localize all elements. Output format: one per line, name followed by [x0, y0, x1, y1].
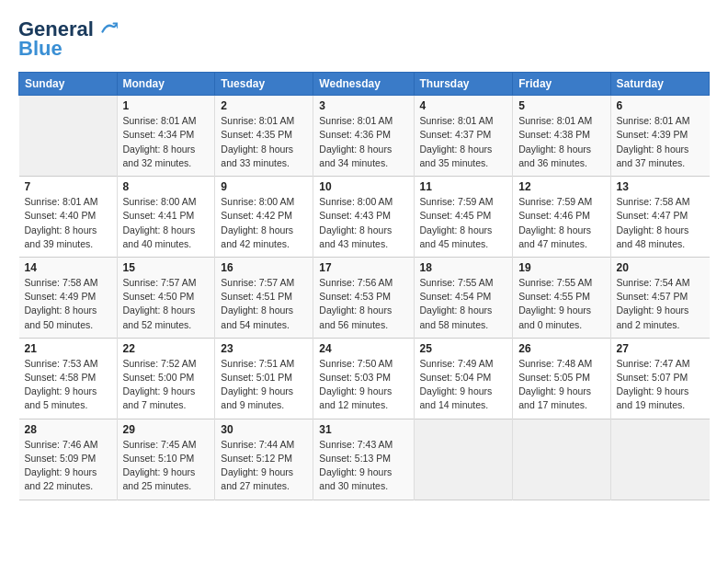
header: General Blue [18, 15, 710, 61]
day-number: 5 [518, 99, 604, 112]
day-info: Sunrise: 7:44 AMSunset: 5:12 PMDaylight:… [221, 438, 307, 494]
day-number: 25 [420, 342, 507, 355]
day-number: 19 [518, 261, 604, 274]
day-number: 24 [319, 342, 407, 355]
day-cell: 13Sunrise: 7:58 AMSunset: 4:47 PMDayligh… [610, 177, 709, 258]
day-info: Sunrise: 7:49 AMSunset: 5:04 PMDaylight:… [420, 357, 507, 413]
day-cell: 5Sunrise: 8:01 AMSunset: 4:38 PMDaylight… [513, 96, 610, 177]
day-cell: 12Sunrise: 7:59 AMSunset: 4:46 PMDayligh… [513, 177, 610, 258]
day-number: 3 [319, 99, 407, 112]
day-info: Sunrise: 7:59 AMSunset: 4:46 PMDaylight:… [518, 195, 604, 251]
day-number: 15 [123, 261, 210, 274]
week-row-4: 21Sunrise: 7:53 AMSunset: 4:58 PMDayligh… [19, 338, 710, 419]
day-number: 1 [123, 99, 210, 112]
day-number: 28 [25, 423, 111, 436]
col-header-monday: Monday [117, 73, 215, 96]
day-info: Sunrise: 7:45 AMSunset: 5:10 PMDaylight:… [123, 438, 210, 494]
day-cell [513, 419, 610, 500]
day-cell: 2Sunrise: 8:01 AMSunset: 4:35 PMDaylight… [215, 96, 313, 177]
col-header-sunday: Sunday [19, 73, 118, 96]
day-number: 13 [617, 180, 704, 193]
main-container: General Blue SundayMondayTuesdayWednesda… [0, 0, 728, 510]
day-cell: 22Sunrise: 7:52 AMSunset: 5:00 PMDayligh… [117, 338, 215, 419]
day-info: Sunrise: 7:55 AMSunset: 4:55 PMDaylight:… [518, 276, 604, 332]
day-info: Sunrise: 7:53 AMSunset: 4:58 PMDaylight:… [25, 357, 111, 413]
day-cell: 11Sunrise: 7:59 AMSunset: 4:45 PMDayligh… [414, 177, 513, 258]
week-row-2: 7Sunrise: 8:01 AMSunset: 4:40 PMDaylight… [19, 177, 710, 258]
day-info: Sunrise: 8:00 AMSunset: 4:41 PMDaylight:… [123, 195, 210, 251]
day-cell: 21Sunrise: 7:53 AMSunset: 4:58 PMDayligh… [19, 338, 118, 419]
week-row-1: 1Sunrise: 8:01 AMSunset: 4:34 PMDaylight… [19, 96, 710, 177]
day-info: Sunrise: 7:58 AMSunset: 4:49 PMDaylight:… [25, 276, 111, 332]
day-info: Sunrise: 8:01 AMSunset: 4:37 PMDaylight:… [420, 114, 507, 170]
day-number: 30 [221, 423, 307, 436]
day-info: Sunrise: 7:55 AMSunset: 4:54 PMDaylight:… [420, 276, 507, 332]
day-cell: 15Sunrise: 7:57 AMSunset: 4:50 PMDayligh… [117, 257, 215, 338]
day-number: 14 [25, 261, 111, 274]
day-info: Sunrise: 7:58 AMSunset: 4:47 PMDaylight:… [617, 195, 704, 251]
day-info: Sunrise: 7:57 AMSunset: 4:50 PMDaylight:… [123, 276, 210, 332]
day-info: Sunrise: 7:47 AMSunset: 5:07 PMDaylight:… [617, 357, 704, 413]
day-number: 9 [221, 180, 307, 193]
day-cell [610, 419, 709, 500]
day-info: Sunrise: 8:01 AMSunset: 4:40 PMDaylight:… [25, 195, 111, 251]
day-cell: 26Sunrise: 7:48 AMSunset: 5:05 PMDayligh… [513, 338, 610, 419]
day-info: Sunrise: 7:54 AMSunset: 4:57 PMDaylight:… [617, 276, 704, 332]
col-header-saturday: Saturday [610, 73, 709, 96]
day-info: Sunrise: 8:00 AMSunset: 4:43 PMDaylight:… [319, 195, 407, 251]
day-number: 23 [221, 342, 307, 355]
logo-icon [101, 19, 118, 36]
day-cell: 25Sunrise: 7:49 AMSunset: 5:04 PMDayligh… [414, 338, 513, 419]
col-header-wednesday: Wednesday [313, 73, 414, 96]
day-info: Sunrise: 7:46 AMSunset: 5:09 PMDaylight:… [25, 438, 111, 494]
day-info: Sunrise: 7:51 AMSunset: 5:01 PMDaylight:… [221, 357, 307, 413]
day-cell: 27Sunrise: 7:47 AMSunset: 5:07 PMDayligh… [610, 338, 709, 419]
day-cell [19, 96, 118, 177]
day-number: 6 [617, 99, 704, 112]
day-cell: 16Sunrise: 7:57 AMSunset: 4:51 PMDayligh… [215, 257, 313, 338]
day-cell [414, 419, 513, 500]
day-info: Sunrise: 8:00 AMSunset: 4:42 PMDaylight:… [221, 195, 307, 251]
day-cell: 24Sunrise: 7:50 AMSunset: 5:03 PMDayligh… [313, 338, 414, 419]
day-cell: 1Sunrise: 8:01 AMSunset: 4:34 PMDaylight… [117, 96, 215, 177]
day-number: 29 [123, 423, 210, 436]
day-number: 12 [518, 180, 604, 193]
col-header-friday: Friday [513, 73, 610, 96]
day-number: 11 [420, 180, 507, 193]
day-cell: 23Sunrise: 7:51 AMSunset: 5:01 PMDayligh… [215, 338, 313, 419]
day-cell: 17Sunrise: 7:56 AMSunset: 4:53 PMDayligh… [313, 257, 414, 338]
day-number: 31 [319, 423, 407, 436]
day-number: 16 [221, 261, 307, 274]
day-cell: 19Sunrise: 7:55 AMSunset: 4:55 PMDayligh… [513, 257, 610, 338]
day-cell: 9Sunrise: 8:00 AMSunset: 4:42 PMDaylight… [215, 177, 313, 258]
day-number: 7 [25, 180, 111, 193]
day-cell: 3Sunrise: 8:01 AMSunset: 4:36 PMDaylight… [313, 96, 414, 177]
day-cell: 20Sunrise: 7:54 AMSunset: 4:57 PMDayligh… [610, 257, 709, 338]
day-number: 2 [221, 99, 307, 112]
day-number: 21 [25, 342, 111, 355]
day-cell: 8Sunrise: 8:00 AMSunset: 4:41 PMDaylight… [117, 177, 215, 258]
day-cell: 18Sunrise: 7:55 AMSunset: 4:54 PMDayligh… [414, 257, 513, 338]
day-cell: 4Sunrise: 8:01 AMSunset: 4:37 PMDaylight… [414, 96, 513, 177]
day-number: 4 [420, 99, 507, 112]
day-info: Sunrise: 7:48 AMSunset: 5:05 PMDaylight:… [518, 357, 604, 413]
day-info: Sunrise: 8:01 AMSunset: 4:38 PMDaylight:… [518, 114, 604, 170]
day-info: Sunrise: 8:01 AMSunset: 4:36 PMDaylight:… [319, 114, 407, 170]
day-info: Sunrise: 8:01 AMSunset: 4:35 PMDaylight:… [221, 114, 307, 170]
day-number: 26 [518, 342, 604, 355]
day-info: Sunrise: 8:01 AMSunset: 4:34 PMDaylight:… [123, 114, 210, 170]
day-number: 20 [617, 261, 704, 274]
day-info: Sunrise: 7:57 AMSunset: 4:51 PMDaylight:… [221, 276, 307, 332]
calendar-table: SundayMondayTuesdayWednesdayThursdayFrid… [18, 72, 710, 500]
day-info: Sunrise: 7:52 AMSunset: 5:00 PMDaylight:… [123, 357, 210, 413]
day-number: 10 [319, 180, 407, 193]
day-number: 27 [617, 342, 704, 355]
day-number: 8 [123, 180, 210, 193]
day-cell: 14Sunrise: 7:58 AMSunset: 4:49 PMDayligh… [19, 257, 118, 338]
day-info: Sunrise: 7:50 AMSunset: 5:03 PMDaylight:… [319, 357, 407, 413]
day-number: 18 [420, 261, 507, 274]
day-cell: 28Sunrise: 7:46 AMSunset: 5:09 PMDayligh… [19, 419, 118, 500]
week-row-5: 28Sunrise: 7:46 AMSunset: 5:09 PMDayligh… [19, 419, 710, 500]
day-cell: 31Sunrise: 7:43 AMSunset: 5:13 PMDayligh… [313, 419, 414, 500]
day-info: Sunrise: 7:56 AMSunset: 4:53 PMDaylight:… [319, 276, 407, 332]
